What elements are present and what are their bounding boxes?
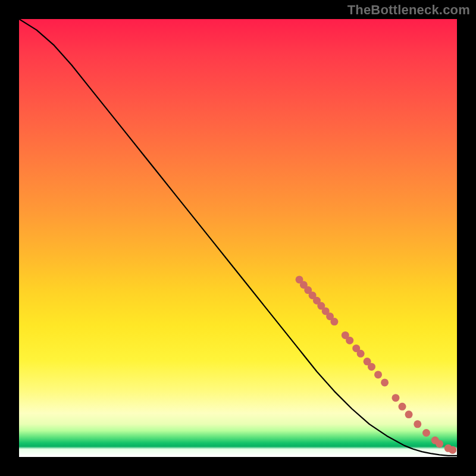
marker-point [399, 403, 406, 411]
highlighted-segment [296, 275, 457, 453]
marker-point [392, 394, 399, 402]
watermark-text: TheBottleneck.com [347, 2, 470, 18]
marker-point [414, 420, 421, 428]
marker-point [405, 411, 413, 418]
marker-point [346, 337, 353, 345]
marker-point [449, 446, 456, 454]
bottleneck-curve [19, 19, 457, 456]
chart-frame: TheBottleneck.com [0, 0, 476, 476]
marker-point [436, 440, 443, 447]
plot-area [19, 19, 457, 457]
marker-point [422, 429, 430, 437]
marker-point [368, 363, 375, 371]
marker-point [374, 371, 382, 378]
marker-point [330, 318, 338, 325]
marker-point [381, 378, 389, 386]
chart-svg [19, 19, 457, 457]
marker-point [357, 350, 365, 358]
